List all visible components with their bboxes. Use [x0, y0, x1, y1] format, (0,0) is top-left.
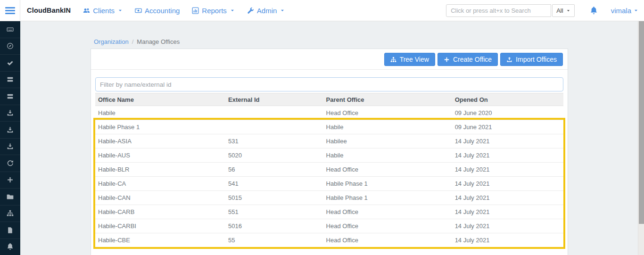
sidebar-item-file[interactable] — [0, 222, 20, 239]
cell-external-id: 5015 — [225, 191, 323, 205]
sidebar-item-download[interactable] — [0, 138, 20, 155]
office-row[interactable]: Habile-CARB551Head Office14 July 2021 — [95, 205, 563, 219]
user-menu[interactable]: vimala — [611, 7, 638, 15]
table-header-row: Office NameExternal IdParent OfficeOpene… — [95, 93, 563, 106]
column-header-external-id: External Id — [225, 93, 323, 106]
sidebar-item-plus[interactable] — [0, 172, 20, 189]
notifications-bell-icon[interactable] — [590, 7, 598, 15]
office-row[interactable]: Habile-AUS5020Habile14 July 2021 — [95, 148, 563, 163]
breadcrumb-current: Manage Offices — [137, 38, 180, 45]
sidebar — [0, 21, 20, 255]
column-header-office-name: Office Name — [95, 93, 225, 106]
breadcrumb-link-organization[interactable]: Organization — [94, 38, 129, 45]
search-scope-select[interactable]: All — [552, 4, 574, 17]
keyboard-icon — [7, 26, 14, 33]
cell-parent-office: Habile — [323, 120, 452, 134]
cell-opened-on: 14 July 2021 — [452, 177, 563, 191]
cell-office-name: Habile-ASIA — [95, 134, 225, 148]
download-icon — [7, 143, 14, 150]
cell-external-id — [225, 120, 323, 134]
users-icon — [83, 7, 90, 14]
header-right: All vimala — [446, 4, 638, 17]
sidebar-item-download[interactable] — [0, 121, 20, 138]
chevron-down-icon — [566, 8, 570, 13]
office-row[interactable]: Habile-CARBI5016Head Office14 July 2021 — [95, 219, 563, 233]
breadcrumb-separator: / — [132, 38, 134, 45]
cell-opened-on: 14 July 2021 — [452, 148, 563, 163]
app-logo[interactable]: CloudBankIN — [27, 7, 71, 14]
cell-parent-office: Habile Phase 1 — [323, 177, 452, 191]
sidebar-item-folder[interactable] — [0, 188, 20, 205]
cell-parent-office: Habilee — [323, 134, 452, 148]
menu-toggle-button[interactable] — [0, 0, 20, 21]
chevron-down-icon — [634, 8, 638, 13]
main-content: Organization / Manage Offices Tree ViewC… — [20, 21, 644, 255]
cell-office-name: Habile Phase 1 — [95, 120, 225, 134]
button-label: Tree View — [400, 56, 429, 63]
office-row[interactable]: Habile-CAN5015Habile Phase 114 July 2021 — [95, 191, 563, 205]
cell-office-name: Habile-CARB — [95, 205, 225, 219]
chevron-down-icon — [230, 8, 235, 13]
create-office-button[interactable]: Create Office — [438, 53, 498, 66]
chart-icon — [192, 7, 199, 14]
file-icon — [7, 227, 14, 234]
office-row[interactable]: HabileHead Office09 June 2020 — [95, 106, 563, 120]
cell-external-id: 531 — [225, 134, 323, 148]
nav-item-reports[interactable]: Reports — [192, 7, 235, 15]
sidebar-item-sitemap[interactable] — [0, 205, 20, 222]
chevron-down-icon — [118, 8, 123, 13]
sitemap-icon — [7, 210, 14, 217]
cell-opened-on: 14 July 2021 — [452, 191, 563, 205]
folder-icon — [7, 193, 14, 200]
panel-body: Office NameExternal IdParent OfficeOpene… — [91, 70, 568, 247]
scrollbar-track[interactable] — [638, 21, 644, 255]
sidebar-item-download[interactable] — [0, 105, 20, 122]
manage-offices-panel: Tree ViewCreate OfficeImport Offices Off… — [91, 49, 568, 255]
nav-item-label: Reports — [202, 7, 227, 15]
office-row[interactable]: Habile-BLR56Head Office14 July 2021 — [95, 163, 563, 177]
import-offices-button[interactable]: Import Offices — [500, 53, 563, 66]
sidebar-item-refresh[interactable] — [0, 155, 20, 172]
nav-item-accounting[interactable]: Accounting — [135, 7, 180, 15]
cell-external-id: 551 — [225, 205, 323, 219]
column-header-opened-on: Opened On — [452, 93, 563, 106]
sidebar-item-tasks[interactable] — [0, 71, 20, 88]
cell-opened-on: 14 July 2021 — [452, 163, 563, 177]
cell-opened-on: 09 June 2021 — [452, 120, 563, 134]
sidebar-item-keyboard[interactable] — [0, 21, 20, 38]
office-row[interactable]: Habile Phase 1Habile09 June 2021 — [95, 120, 563, 134]
cell-opened-on: 14 July 2021 — [452, 134, 563, 148]
app-window: CloudBankIN ClientsAccountingReportsAdmi… — [0, 0, 644, 255]
cell-external-id: 55 — [225, 233, 323, 247]
sidebar-item-compass[interactable] — [0, 38, 20, 55]
main-nav: ClientsAccountingReportsAdmin — [83, 7, 285, 15]
cell-opened-on: 09 June 2020 — [452, 106, 563, 120]
global-search-input[interactable] — [446, 4, 551, 17]
cell-office-name: Habile-AUS — [95, 148, 225, 163]
upload-icon — [506, 57, 512, 63]
download-icon — [7, 109, 14, 116]
office-row[interactable]: Habile-CBE55Head Office14 July 2021 — [95, 233, 563, 247]
office-row[interactable]: Habile-CA541Habile Phase 114 July 2021 — [95, 177, 563, 191]
download-icon — [7, 126, 14, 133]
column-header-parent-office: Parent Office — [323, 93, 452, 106]
scrollbar-thumb[interactable] — [639, 21, 644, 224]
breadcrumb: Organization / Manage Offices — [94, 38, 180, 45]
nav-item-admin[interactable]: Admin — [247, 7, 285, 15]
cell-parent-office: Head Office — [323, 163, 452, 177]
sidebar-item-bell[interactable] — [0, 239, 20, 255]
cell-office-name: Habile-CARBI — [95, 219, 225, 233]
cell-office-name: Habile-CAN — [95, 191, 225, 205]
chevron-down-icon — [280, 8, 285, 13]
button-label: Create Office — [453, 56, 492, 63]
sidebar-item-tasks[interactable] — [0, 88, 20, 105]
cell-parent-office: Head Office — [323, 106, 452, 120]
nav-item-label: Accounting — [145, 7, 180, 15]
hamburger-icon — [5, 7, 15, 14]
sitemap-icon — [390, 57, 396, 63]
sidebar-item-check[interactable] — [0, 54, 20, 71]
tree-view-button[interactable]: Tree View — [384, 53, 435, 66]
office-row[interactable]: Habile-ASIA531Habilee14 July 2021 — [95, 134, 563, 148]
filter-input[interactable] — [95, 77, 563, 91]
nav-item-clients[interactable]: Clients — [83, 7, 123, 15]
